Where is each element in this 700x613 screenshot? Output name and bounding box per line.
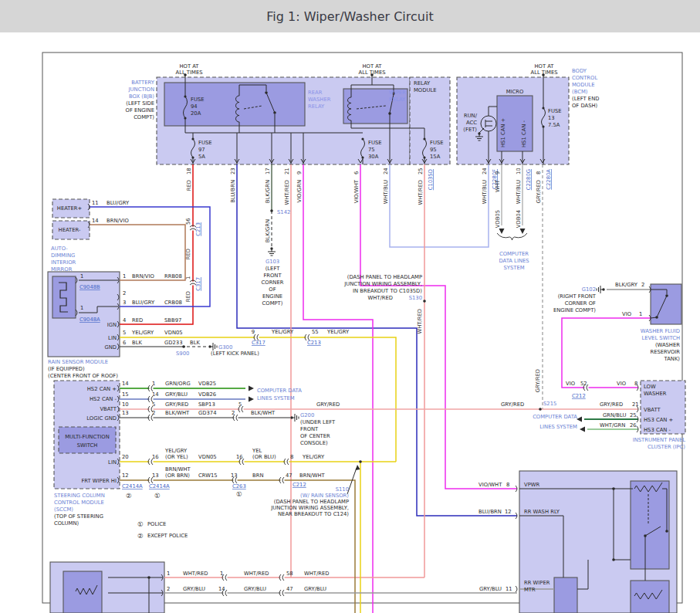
label: GRY/BLU (479, 586, 502, 592)
label: BLU/BRN (479, 509, 502, 515)
connector-link[interactable]: C2280A (546, 169, 552, 190)
label: EXCEPT POLICE (147, 533, 188, 539)
label: (W/ RAIN SENSOR) (300, 493, 349, 499)
label: 1 (167, 571, 170, 577)
label: 13 (122, 410, 129, 416)
junction-dot (655, 316, 658, 319)
label: 8 (634, 381, 637, 387)
label: DIMMING (51, 252, 75, 259)
label: BLK (132, 340, 142, 346)
label: POLICE (147, 521, 166, 527)
label: (OR BRN) (165, 472, 190, 479)
connector-link[interactable]: C213 (307, 340, 321, 346)
label: G102 (582, 286, 596, 293)
label: HS3 CAN - (644, 427, 671, 433)
label: FUSE (548, 108, 562, 114)
junction-dot (539, 408, 542, 411)
label: RED (185, 291, 191, 302)
label: 25 (630, 412, 637, 418)
fuse-terminal (184, 95, 186, 97)
label: 5A (198, 154, 205, 160)
connector-link[interactable]: C9048A (79, 317, 100, 323)
label: YEL/GRY (326, 329, 350, 335)
label: OF DASH) (572, 103, 598, 109)
washer-fluid-level-switch-box (651, 284, 681, 324)
label: 55 (312, 329, 319, 335)
label: CORNER OF (565, 300, 596, 306)
label: GRY/RED (316, 401, 340, 408)
label: SYSTEM (503, 265, 524, 271)
label: AUTO- (51, 246, 68, 252)
label: (IF EQUIPPED) (48, 366, 85, 372)
label: FUSE (430, 140, 444, 146)
label: 1 (220, 571, 223, 577)
label: YEL/GRY (131, 330, 154, 336)
label: GRY/RED (536, 180, 542, 203)
label: WIPER (389, 90, 406, 96)
label: WHT/GRN (600, 422, 625, 428)
label: JUNCTION (128, 86, 154, 93)
label: VDB26 (198, 391, 216, 398)
multi-function-switch-box (59, 427, 116, 453)
connector-link[interactable]: C317 (252, 340, 265, 346)
connector-link[interactable]: C213 (195, 222, 201, 236)
label: (FET) (463, 127, 477, 133)
label: 47 (286, 472, 293, 479)
junction-dot (612, 487, 615, 490)
label: 8 (536, 171, 542, 174)
label: FRONT (300, 426, 319, 432)
connector-link[interactable]: C1035D (428, 169, 434, 190)
rear-wiper-motor-box (554, 577, 577, 613)
label: VBATT (644, 407, 661, 413)
label: COMPUTER DATA (257, 388, 302, 394)
label: VIO (617, 381, 626, 387)
label: 13 (548, 115, 555, 121)
label: BLU/BRN (230, 180, 236, 203)
label: ENGINE (262, 293, 282, 300)
label: 20 (122, 454, 129, 460)
label: (CENTER FRONT OF ROOF) (48, 373, 118, 379)
label: INSTRUMENT PANEL (633, 437, 686, 443)
label: 13 (152, 472, 159, 479)
connector-link[interactable]: C2414A (122, 483, 143, 489)
label: GD374 (198, 410, 216, 416)
label: BLU/GRY (132, 300, 155, 306)
connector-link[interactable]: C263 (232, 483, 246, 489)
label: BLK/WHT (165, 410, 190, 416)
label: 1 (80, 273, 83, 279)
label: 4 (123, 317, 126, 323)
label: YEL (252, 448, 262, 454)
label: 56 (185, 218, 191, 225)
fuse-terminal (423, 156, 425, 158)
label: G200 (300, 412, 314, 418)
label: GRY/BLU (244, 586, 266, 592)
label: (TOP OF STEERING (54, 513, 103, 520)
label: HS1 CAN - (521, 120, 527, 147)
label: BODY (572, 68, 587, 74)
connector-link[interactable]: C317 (195, 277, 201, 291)
label: 21 (284, 168, 290, 174)
label: ② (137, 532, 144, 540)
connector-link[interactable]: C212 (572, 393, 586, 399)
label: BATTERY (131, 80, 155, 86)
connector-link[interactable]: C2414A (149, 483, 170, 489)
label: JUNCTION WIRING ASSEMBLY, (270, 505, 349, 511)
label: G103 (265, 259, 279, 265)
label: FRONT (263, 273, 282, 279)
label: 1 (152, 381, 155, 387)
label: INTERIOR (51, 259, 76, 266)
connector-link[interactable]: C9048B (79, 284, 100, 290)
label: (OR YEL) (165, 454, 188, 460)
label: RAIN SENSOR MODULE (48, 359, 108, 365)
label: GD233 (164, 340, 182, 346)
label: CRB08 (164, 300, 182, 306)
label: 14 (122, 381, 129, 387)
label: BRN/WHT (165, 466, 191, 472)
connector-link[interactable]: C2280G (526, 169, 532, 190)
label: 16 (236, 454, 243, 460)
fuse-terminal (542, 107, 544, 109)
label: 94 (191, 103, 198, 110)
connector-link[interactable]: C212 (293, 482, 306, 488)
label: MULTI-FUNCTION (65, 434, 110, 440)
label: 97 (198, 147, 205, 153)
